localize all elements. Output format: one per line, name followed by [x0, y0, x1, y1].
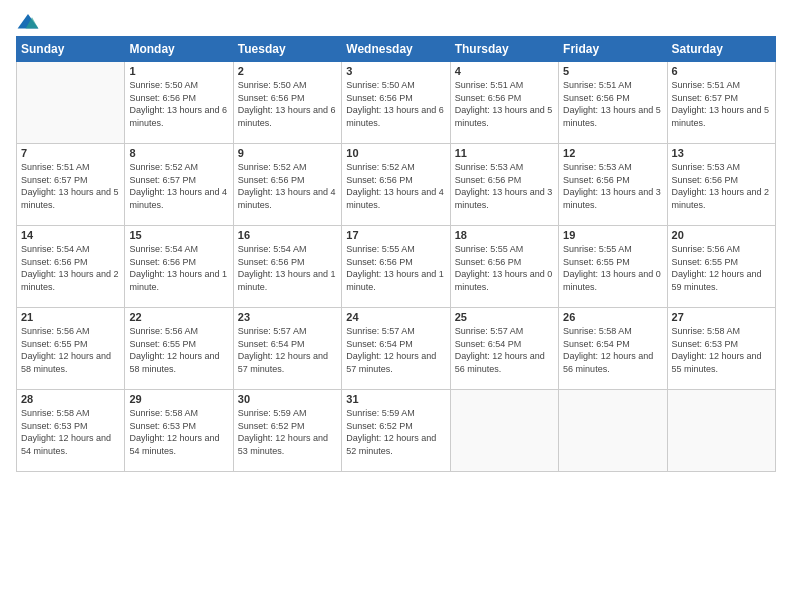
day-cell-1-2: 1Sunrise: 5:50 AMSunset: 6:56 PMDaylight…	[125, 62, 233, 144]
day-cell-1-1	[17, 62, 125, 144]
day-info-15: Sunrise: 5:54 AMSunset: 6:56 PMDaylight:…	[129, 243, 228, 293]
day-info-23: Sunrise: 5:57 AMSunset: 6:54 PMDaylight:…	[238, 325, 337, 375]
day-info-21: Sunrise: 5:56 AMSunset: 6:55 PMDaylight:…	[21, 325, 120, 375]
day-info-26: Sunrise: 5:58 AMSunset: 6:54 PMDaylight:…	[563, 325, 662, 375]
day-number-30: 30	[238, 393, 337, 405]
day-info-7: Sunrise: 5:51 AMSunset: 6:57 PMDaylight:…	[21, 161, 120, 211]
day-cell-1-5: 4Sunrise: 5:51 AMSunset: 6:56 PMDaylight…	[450, 62, 558, 144]
header-tuesday: Tuesday	[233, 37, 341, 62]
day-cell-3-2: 15Sunrise: 5:54 AMSunset: 6:56 PMDayligh…	[125, 226, 233, 308]
day-cell-4-5: 25Sunrise: 5:57 AMSunset: 6:54 PMDayligh…	[450, 308, 558, 390]
week-row-4: 21Sunrise: 5:56 AMSunset: 6:55 PMDayligh…	[17, 308, 776, 390]
day-number-1: 1	[129, 65, 228, 77]
day-info-8: Sunrise: 5:52 AMSunset: 6:57 PMDaylight:…	[129, 161, 228, 211]
day-number-17: 17	[346, 229, 445, 241]
day-number-24: 24	[346, 311, 445, 323]
day-cell-3-5: 18Sunrise: 5:55 AMSunset: 6:56 PMDayligh…	[450, 226, 558, 308]
weekday-header-row: Sunday Monday Tuesday Wednesday Thursday…	[17, 37, 776, 62]
header-friday: Friday	[559, 37, 667, 62]
day-info-28: Sunrise: 5:58 AMSunset: 6:53 PMDaylight:…	[21, 407, 120, 457]
day-number-20: 20	[672, 229, 771, 241]
week-row-2: 7Sunrise: 5:51 AMSunset: 6:57 PMDaylight…	[17, 144, 776, 226]
day-number-2: 2	[238, 65, 337, 77]
day-number-18: 18	[455, 229, 554, 241]
day-info-27: Sunrise: 5:58 AMSunset: 6:53 PMDaylight:…	[672, 325, 771, 375]
day-info-2: Sunrise: 5:50 AMSunset: 6:56 PMDaylight:…	[238, 79, 337, 129]
day-info-19: Sunrise: 5:55 AMSunset: 6:55 PMDaylight:…	[563, 243, 662, 293]
day-number-29: 29	[129, 393, 228, 405]
header-sunday: Sunday	[17, 37, 125, 62]
day-number-7: 7	[21, 147, 120, 159]
day-info-4: Sunrise: 5:51 AMSunset: 6:56 PMDaylight:…	[455, 79, 554, 129]
day-cell-3-1: 14Sunrise: 5:54 AMSunset: 6:56 PMDayligh…	[17, 226, 125, 308]
day-info-9: Sunrise: 5:52 AMSunset: 6:56 PMDaylight:…	[238, 161, 337, 211]
day-info-5: Sunrise: 5:51 AMSunset: 6:56 PMDaylight:…	[563, 79, 662, 129]
day-cell-5-7	[667, 390, 775, 472]
day-cell-2-2: 8Sunrise: 5:52 AMSunset: 6:57 PMDaylight…	[125, 144, 233, 226]
day-number-25: 25	[455, 311, 554, 323]
day-number-27: 27	[672, 311, 771, 323]
calendar-table: Sunday Monday Tuesday Wednesday Thursday…	[16, 36, 776, 472]
day-number-12: 12	[563, 147, 662, 159]
day-cell-4-6: 26Sunrise: 5:58 AMSunset: 6:54 PMDayligh…	[559, 308, 667, 390]
day-info-16: Sunrise: 5:54 AMSunset: 6:56 PMDaylight:…	[238, 243, 337, 293]
day-cell-1-3: 2Sunrise: 5:50 AMSunset: 6:56 PMDaylight…	[233, 62, 341, 144]
day-number-11: 11	[455, 147, 554, 159]
day-cell-5-2: 29Sunrise: 5:58 AMSunset: 6:53 PMDayligh…	[125, 390, 233, 472]
day-number-22: 22	[129, 311, 228, 323]
day-cell-2-4: 10Sunrise: 5:52 AMSunset: 6:56 PMDayligh…	[342, 144, 450, 226]
logo	[16, 12, 44, 32]
day-info-20: Sunrise: 5:56 AMSunset: 6:55 PMDaylight:…	[672, 243, 771, 293]
day-number-3: 3	[346, 65, 445, 77]
day-info-6: Sunrise: 5:51 AMSunset: 6:57 PMDaylight:…	[672, 79, 771, 129]
day-info-25: Sunrise: 5:57 AMSunset: 6:54 PMDaylight:…	[455, 325, 554, 375]
day-number-9: 9	[238, 147, 337, 159]
day-info-22: Sunrise: 5:56 AMSunset: 6:55 PMDaylight:…	[129, 325, 228, 375]
day-number-31: 31	[346, 393, 445, 405]
day-cell-2-6: 12Sunrise: 5:53 AMSunset: 6:56 PMDayligh…	[559, 144, 667, 226]
day-number-19: 19	[563, 229, 662, 241]
week-row-5: 28Sunrise: 5:58 AMSunset: 6:53 PMDayligh…	[17, 390, 776, 472]
day-cell-4-7: 27Sunrise: 5:58 AMSunset: 6:53 PMDayligh…	[667, 308, 775, 390]
day-cell-3-3: 16Sunrise: 5:54 AMSunset: 6:56 PMDayligh…	[233, 226, 341, 308]
day-cell-1-6: 5Sunrise: 5:51 AMSunset: 6:56 PMDaylight…	[559, 62, 667, 144]
day-cell-5-5	[450, 390, 558, 472]
day-info-30: Sunrise: 5:59 AMSunset: 6:52 PMDaylight:…	[238, 407, 337, 457]
day-number-6: 6	[672, 65, 771, 77]
day-info-14: Sunrise: 5:54 AMSunset: 6:56 PMDaylight:…	[21, 243, 120, 293]
header-thursday: Thursday	[450, 37, 558, 62]
day-number-5: 5	[563, 65, 662, 77]
calendar-container: Sunday Monday Tuesday Wednesday Thursday…	[0, 0, 792, 480]
day-info-1: Sunrise: 5:50 AMSunset: 6:56 PMDaylight:…	[129, 79, 228, 129]
day-cell-1-7: 6Sunrise: 5:51 AMSunset: 6:57 PMDaylight…	[667, 62, 775, 144]
logo-icon	[16, 12, 40, 32]
day-number-14: 14	[21, 229, 120, 241]
day-cell-2-7: 13Sunrise: 5:53 AMSunset: 6:56 PMDayligh…	[667, 144, 775, 226]
day-cell-5-4: 31Sunrise: 5:59 AMSunset: 6:52 PMDayligh…	[342, 390, 450, 472]
day-info-18: Sunrise: 5:55 AMSunset: 6:56 PMDaylight:…	[455, 243, 554, 293]
header-saturday: Saturday	[667, 37, 775, 62]
header-monday: Monday	[125, 37, 233, 62]
day-cell-5-3: 30Sunrise: 5:59 AMSunset: 6:52 PMDayligh…	[233, 390, 341, 472]
day-info-11: Sunrise: 5:53 AMSunset: 6:56 PMDaylight:…	[455, 161, 554, 211]
day-number-4: 4	[455, 65, 554, 77]
week-row-1: 1Sunrise: 5:50 AMSunset: 6:56 PMDaylight…	[17, 62, 776, 144]
day-number-16: 16	[238, 229, 337, 241]
day-info-12: Sunrise: 5:53 AMSunset: 6:56 PMDaylight:…	[563, 161, 662, 211]
header-row	[16, 12, 776, 32]
week-row-3: 14Sunrise: 5:54 AMSunset: 6:56 PMDayligh…	[17, 226, 776, 308]
day-cell-2-1: 7Sunrise: 5:51 AMSunset: 6:57 PMDaylight…	[17, 144, 125, 226]
day-cell-4-2: 22Sunrise: 5:56 AMSunset: 6:55 PMDayligh…	[125, 308, 233, 390]
day-number-15: 15	[129, 229, 228, 241]
day-info-13: Sunrise: 5:53 AMSunset: 6:56 PMDaylight:…	[672, 161, 771, 211]
day-number-10: 10	[346, 147, 445, 159]
day-info-3: Sunrise: 5:50 AMSunset: 6:56 PMDaylight:…	[346, 79, 445, 129]
day-cell-3-4: 17Sunrise: 5:55 AMSunset: 6:56 PMDayligh…	[342, 226, 450, 308]
day-cell-1-4: 3Sunrise: 5:50 AMSunset: 6:56 PMDaylight…	[342, 62, 450, 144]
day-cell-4-3: 23Sunrise: 5:57 AMSunset: 6:54 PMDayligh…	[233, 308, 341, 390]
day-cell-5-1: 28Sunrise: 5:58 AMSunset: 6:53 PMDayligh…	[17, 390, 125, 472]
day-cell-2-5: 11Sunrise: 5:53 AMSunset: 6:56 PMDayligh…	[450, 144, 558, 226]
header-wednesday: Wednesday	[342, 37, 450, 62]
day-cell-4-4: 24Sunrise: 5:57 AMSunset: 6:54 PMDayligh…	[342, 308, 450, 390]
day-info-24: Sunrise: 5:57 AMSunset: 6:54 PMDaylight:…	[346, 325, 445, 375]
